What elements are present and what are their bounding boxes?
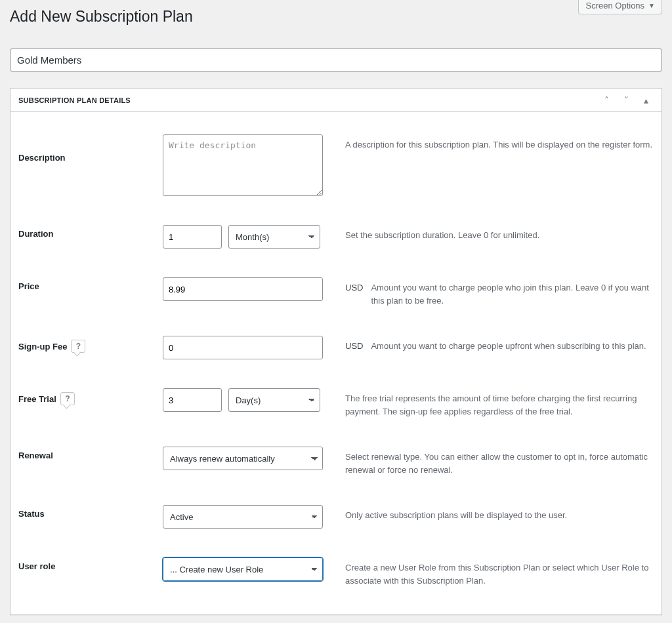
move-down-icon[interactable]: ˅ <box>618 92 634 108</box>
price-currency: USD <box>345 281 363 307</box>
signup-fee-currency: USD <box>345 340 363 353</box>
details-title: SUBSCRIPTION PLAN DETAILS <box>18 96 131 104</box>
duration-unit-select[interactable]: Month(s) <box>228 225 320 249</box>
caret-down-icon: ▼ <box>648 2 655 9</box>
free-trial-help: The free trial represents the amount of … <box>345 392 654 418</box>
free-trial-input[interactable] <box>163 388 222 412</box>
move-up-icon[interactable]: ˄ <box>598 92 614 108</box>
price-input[interactable] <box>163 277 323 301</box>
status-help: Only active subscription plans will be d… <box>345 509 567 522</box>
description-textarea[interactable] <box>163 134 323 196</box>
screen-options-label: Screen Options <box>585 1 644 10</box>
screen-options-toggle[interactable]: Screen Options ▼ <box>578 0 662 14</box>
plan-title-input[interactable] <box>10 49 662 71</box>
user-role-label: User role <box>18 557 163 571</box>
renewal-select[interactable]: Always renew automatically <box>163 447 323 470</box>
price-label: Price <box>18 277 163 291</box>
signup-fee-label: Sign-up Fee <box>18 342 67 352</box>
page-title: Add New Subscription Plan <box>10 0 193 35</box>
free-trial-label: Free Trial <box>18 394 56 404</box>
description-help: A description for this subscription plan… <box>345 138 652 151</box>
duration-input[interactable] <box>163 225 222 249</box>
user-role-help: Create a new User Role from this Subscri… <box>345 561 654 587</box>
details-header: SUBSCRIPTION PLAN DETAILS ˄ ˅ ▴ <box>10 89 662 112</box>
signup-fee-input[interactable] <box>163 336 323 359</box>
renewal-label: Renewal <box>18 447 163 460</box>
details-metabox: SUBSCRIPTION PLAN DETAILS ˄ ˅ ▴ Descript… <box>10 88 662 615</box>
free-trial-unit-select[interactable]: Day(s) <box>228 388 320 412</box>
duration-label: Duration <box>18 225 163 239</box>
help-icon[interactable]: ? <box>71 340 85 353</box>
price-help: Amount you want to charge people who joi… <box>371 281 654 307</box>
help-icon[interactable]: ? <box>60 392 75 405</box>
signup-fee-help: Amount you want to charge people upfront… <box>371 340 646 353</box>
status-select[interactable]: Active <box>163 505 323 529</box>
duration-help: Set the subscription duration. Leave 0 f… <box>345 229 539 242</box>
description-label: Description <box>18 134 163 163</box>
renewal-help: Select renewal type. You can either allo… <box>345 451 654 476</box>
user-role-select[interactable]: ... Create new User Role <box>163 557 323 581</box>
collapse-icon[interactable]: ▴ <box>638 92 654 108</box>
status-label: Status <box>18 505 163 519</box>
